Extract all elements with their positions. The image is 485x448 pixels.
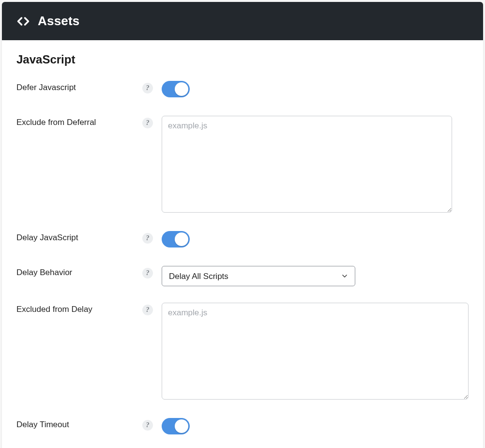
assets-panel: Assets JavaScript Defer Javascript ? Exc…: [2, 2, 483, 448]
panel-title: Assets: [38, 14, 79, 29]
toggle-knob: [175, 232, 188, 246]
toggle-knob: [175, 82, 188, 96]
help-icon[interactable]: ?: [142, 305, 153, 315]
textarea-exclude-deferral[interactable]: [162, 116, 452, 213]
control-delay-behavior: Delay All Scripts: [162, 266, 469, 286]
row-exclude-deferral: Exclude from Deferral ?: [16, 116, 469, 215]
help-wrap: ?: [142, 266, 162, 278]
label-delay-js: Delay JavaScript: [16, 231, 142, 243]
control-delay-js: [162, 231, 469, 249]
help-icon[interactable]: ?: [142, 118, 153, 128]
control-delay-timeout: [162, 418, 469, 436]
toggle-delay-js[interactable]: [162, 231, 190, 247]
control-defer-js: [162, 81, 469, 99]
row-delay-behavior: Delay Behavior ? Delay All Scripts: [16, 266, 469, 286]
help-wrap: ?: [142, 303, 162, 315]
panel-body: JavaScript Defer Javascript ? Exclude fr…: [2, 40, 483, 448]
row-excluded-delay: Excluded from Delay ?: [16, 303, 469, 402]
toggle-defer-js[interactable]: [162, 81, 190, 97]
help-icon[interactable]: ?: [142, 233, 153, 244]
help-icon[interactable]: ?: [142, 420, 153, 431]
panel-header: Assets: [2, 2, 483, 40]
select-wrap-delay-behavior: Delay All Scripts: [162, 266, 355, 286]
help-icon[interactable]: ?: [142, 83, 153, 93]
control-excluded-delay: [162, 303, 469, 402]
textarea-excluded-delay[interactable]: [162, 303, 469, 400]
label-excluded-delay: Excluded from Delay: [16, 303, 142, 314]
label-delay-behavior: Delay Behavior: [16, 266, 142, 278]
help-wrap: ?: [142, 116, 162, 128]
row-defer-js: Defer Javascript ?: [16, 81, 469, 99]
row-delay-js: Delay JavaScript ?: [16, 231, 469, 249]
help-wrap: ?: [142, 231, 162, 244]
toggle-knob: [175, 419, 188, 433]
section-title: JavaScript: [16, 53, 469, 66]
label-defer-js: Defer Javascript: [16, 81, 142, 93]
select-delay-behavior[interactable]: Delay All Scripts: [162, 266, 355, 286]
toggle-delay-timeout[interactable]: [162, 418, 190, 434]
control-exclude-deferral: [162, 116, 469, 215]
label-exclude-deferral: Exclude from Deferral: [16, 116, 142, 127]
row-delay-timeout: Delay Timeout ?: [16, 418, 469, 436]
help-wrap: ?: [142, 81, 162, 93]
help-wrap: ?: [142, 418, 162, 431]
help-icon[interactable]: ?: [142, 268, 153, 278]
code-icon: [16, 15, 30, 28]
label-delay-timeout: Delay Timeout: [16, 418, 142, 430]
